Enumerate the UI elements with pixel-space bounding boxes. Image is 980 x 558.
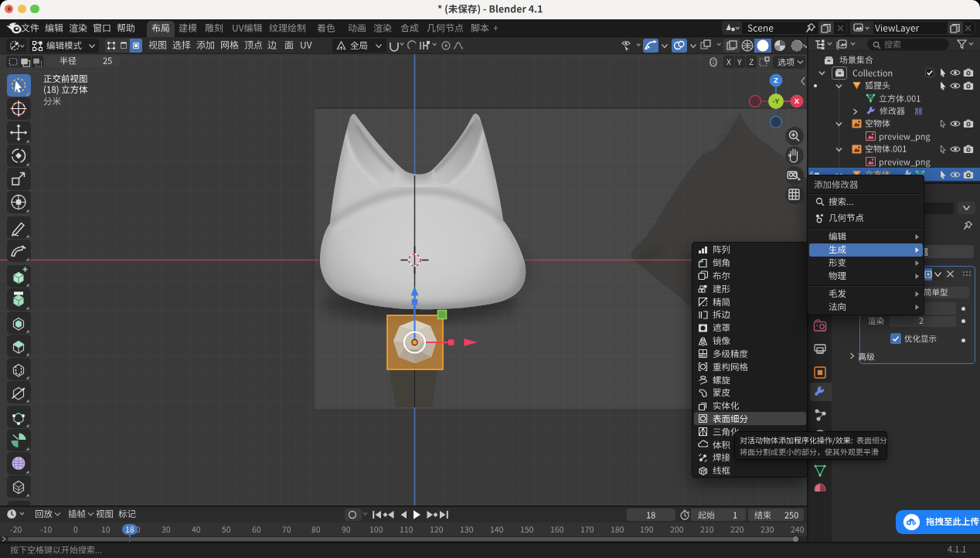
svg-text:X: X <box>795 97 800 105</box>
svg-text:Z: Z <box>774 76 778 84</box>
svg-text:-Y: -Y <box>773 97 780 105</box>
